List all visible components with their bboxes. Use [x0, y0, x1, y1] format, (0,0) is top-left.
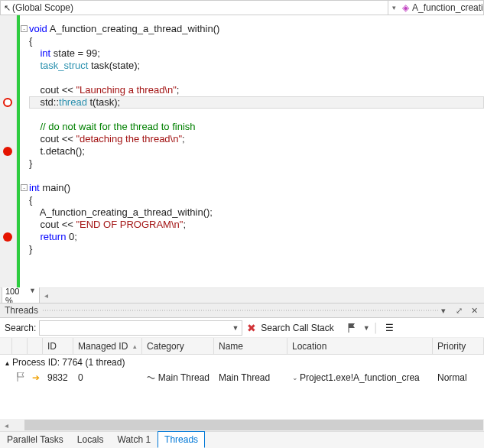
scope-label: (Global Scope) — [12, 2, 73, 13]
method-icon: ◈ — [402, 2, 409, 13]
tab-watch-1[interactable]: Watch 1 — [111, 431, 158, 448]
process-group-row[interactable]: ▴ Process ID: 7764 (1 thread) — [0, 355, 484, 370]
panel-menu-arrow[interactable]: ▾ — [438, 306, 449, 316]
search-input[interactable]: ▼ — [39, 320, 242, 336]
current-thread-arrow-icon: ➔ — [28, 372, 43, 383]
function-dropdown[interactable]: ◈ A_function_creatin — [399, 2, 483, 13]
tab-locals[interactable]: Locals — [70, 431, 111, 448]
flag-cell[interactable] — [12, 372, 28, 384]
threads-grid-body: ▴ Process ID: 7764 (1 thread) ➔ 9832 0 M… — [0, 355, 484, 419]
clear-search-icon[interactable]: ✖ — [247, 322, 256, 334]
fold-gutter[interactable]: -- — [20, 15, 29, 287]
thread-location: ⌄ Project1.exe!A_function_crea — [287, 372, 433, 383]
process-label: Process ID: 7764 (1 thread) — [12, 357, 125, 368]
breakpoint-gutter[interactable] — [0, 15, 17, 287]
zoom-value: 100 % — [5, 287, 29, 305]
hscroll-track[interactable] — [52, 290, 484, 302]
search-label: Search: — [5, 323, 36, 333]
sort-asc-icon: ▴ — [133, 342, 137, 350]
col-flag[interactable] — [12, 338, 28, 354]
col-category[interactable]: Category — [142, 338, 214, 354]
col-location[interactable]: Location — [287, 338, 433, 354]
chevron-down-icon[interactable]: ▼ — [363, 324, 370, 332]
scroll-thumb[interactable] — [24, 420, 483, 430]
chevron-down-icon[interactable]: ▼ — [232, 324, 239, 332]
thread-name: Main Thread — [214, 372, 287, 383]
breakpoint-icon[interactable] — [3, 232, 12, 242]
tab-threads[interactable]: Threads — [158, 431, 205, 448]
panel-tabs: Parallel TasksLocalsWatch 1Threads — [0, 431, 484, 448]
col-expand[interactable] — [0, 338, 12, 354]
chevron-down-icon: ▼ — [29, 287, 36, 305]
close-icon[interactable]: ✕ — [469, 306, 479, 316]
col-name[interactable]: Name — [214, 338, 287, 354]
panel-hscroll[interactable]: ◂ — [0, 419, 484, 431]
fold-toggle[interactable]: - — [21, 25, 28, 32]
panel-grip[interactable] — [43, 310, 438, 311]
col-priority[interactable]: Priority — [433, 338, 484, 354]
breakpoint-icon[interactable] — [3, 147, 12, 156]
separator: │ — [373, 323, 379, 333]
flag-filter-button[interactable] — [345, 321, 360, 335]
search-callstack-label: Search Call Stack — [261, 323, 333, 333]
thread-id: 9832 — [43, 372, 73, 383]
scope-dropdown-arrow[interactable]: ▾ — [388, 4, 399, 11]
fold-toggle[interactable]: - — [21, 184, 28, 191]
thread-icon — [147, 373, 155, 382]
code-editor[interactable]: -- void A_function_creating_a_thread_wit… — [0, 15, 484, 287]
chevron-down-icon[interactable]: ⌄ — [292, 374, 298, 381]
cursor-icon: ↖ — [4, 3, 11, 13]
thread-row[interactable]: ➔ 9832 0 Main Thread Main Thread ⌄ Proje… — [0, 370, 484, 385]
code-area[interactable]: void A_function_creating_a_thread_within… — [29, 15, 484, 287]
scope-dropdown[interactable]: ↖ (Global Scope) — [1, 1, 388, 15]
thread-priority: Normal — [433, 372, 484, 383]
pin-icon[interactable]: ⤢ — [453, 306, 464, 316]
scroll-left-arrow[interactable]: ◂ — [0, 419, 12, 431]
breakpoint-icon[interactable] — [3, 98, 12, 107]
col-current[interactable] — [28, 338, 43, 354]
scroll-left-arrow[interactable]: ◂ — [40, 290, 52, 302]
col-managed-id[interactable]: Managed ID ▴ — [73, 338, 142, 354]
function-label: A_function_creatin — [412, 2, 483, 13]
group-button[interactable]: ☰ — [382, 321, 397, 335]
tab-parallel-tasks[interactable]: Parallel Tasks — [0, 431, 70, 448]
collapse-icon[interactable]: ▴ — [2, 359, 12, 367]
panel-title: Threads — [5, 305, 38, 316]
col-id[interactable]: ID — [43, 338, 73, 354]
threads-grid-header: ID Managed ID ▴ Category Name Location P… — [0, 338, 484, 355]
thread-category: Main Thread — [142, 372, 214, 383]
thread-managed-id: 0 — [73, 372, 142, 383]
